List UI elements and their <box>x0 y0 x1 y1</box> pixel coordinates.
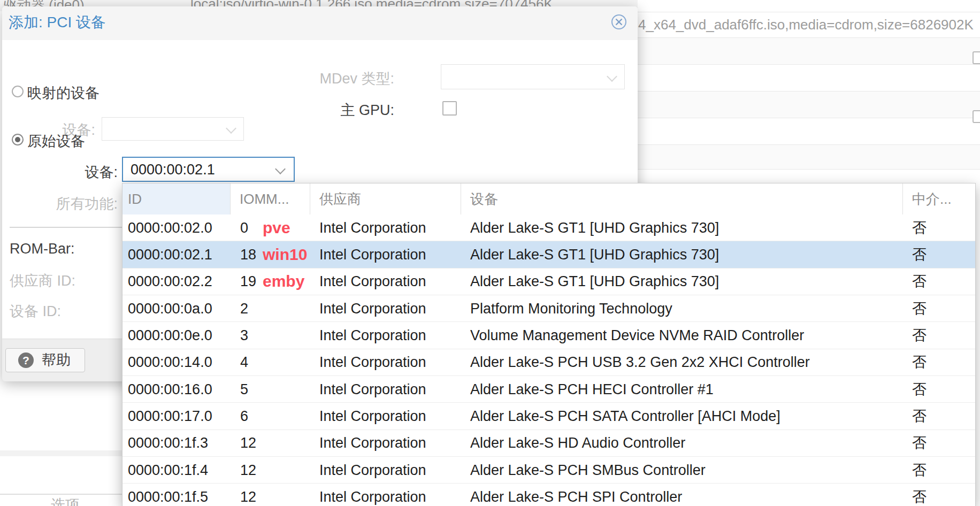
pci-device-row[interactable]: 0000:00:02.219embyIntel CorporationAlder… <box>122 269 975 295</box>
vm-usage-tag: win10 <box>263 246 307 264</box>
background-iso-path-right: 4_x64_dvd_adaf6ffc.iso,media=cdrom,size=… <box>638 17 974 33</box>
radio-dot <box>15 137 20 142</box>
device-id-cell: 0000:00:1f.4 <box>128 462 208 478</box>
vendor-cell: Intel Corporation <box>319 462 426 478</box>
mapped-device-radio-label: 映射的设备 <box>27 83 99 103</box>
vendor-id-label: 供应商 ID: <box>10 271 75 290</box>
pci-device-row[interactable]: 0000:00:1f.512Intel CorporationAlder Lak… <box>122 484 975 506</box>
vendor-cell: Intel Corporation <box>319 408 426 424</box>
vm-usage-tag: emby <box>263 272 304 290</box>
background-row <box>638 144 980 169</box>
pci-device-row[interactable]: 0000:00:1f.412Intel CorporationAlder Lak… <box>122 457 975 484</box>
raw-device-radio-label: 原始设备 <box>27 132 85 151</box>
iommu-group-cell: 12 <box>240 462 256 478</box>
column-header-1[interactable]: IOMM... <box>231 183 310 214</box>
primary-gpu-checkbox[interactable] <box>442 101 457 116</box>
raw-device-radio[interactable] <box>12 134 24 145</box>
column-header-4[interactable]: 中介... <box>903 183 975 214</box>
column-header-label: 供应商 <box>319 190 361 209</box>
device-id-label: 设备 ID: <box>10 302 61 321</box>
iommu-group-cell: 2 <box>240 300 248 317</box>
mapped-device-combobox[interactable] <box>102 117 244 141</box>
rombar-label: ROM-Bar: <box>10 241 75 257</box>
dialog-title: 添加: PCI 设备 <box>9 6 106 40</box>
iommu-group-cell: 3 <box>240 327 248 343</box>
chevron-down-icon <box>226 123 236 134</box>
iommu-group-cell: 18 <box>240 246 256 263</box>
device-id-cell: 0000:00:02.1 <box>128 246 212 263</box>
mediated-cell: 否 <box>912 245 927 264</box>
column-header-2[interactable]: 供应商 <box>310 183 461 214</box>
mediated-cell: 否 <box>912 218 927 237</box>
vendor-cell: Intel Corporation <box>319 327 426 343</box>
device-name-cell: Alder Lake-S PCH USB 3.2 Gen 2x2 XHCI Co… <box>470 354 810 371</box>
primary-gpu-label: 主 GPU: <box>340 101 394 120</box>
mdev-type-combobox[interactable] <box>441 64 625 89</box>
column-header-0[interactable]: ID <box>122 183 231 214</box>
close-icon[interactable] <box>611 14 627 30</box>
pci-device-row[interactable]: 0000:00:16.05Intel CorporationAlder Lake… <box>122 376 975 403</box>
device-name-cell: Platform Monitoring Technology <box>470 300 672 317</box>
picker-header-row: IDIOMM...供应商设备中介... <box>122 183 975 216</box>
mediated-cell: 否 <box>912 380 927 399</box>
pci-device-row[interactable]: 0000:00:0e.03Intel CorporationVolume Man… <box>122 322 975 349</box>
background-tab-fragment: 选项 <box>51 495 80 506</box>
help-button[interactable]: ? 帮助 <box>5 348 85 372</box>
device-name-cell: Alder Lake-S PCH SMBus Controller <box>470 462 706 478</box>
device-name-cell: Alder Lake-S GT1 [UHD Graphics 730] <box>470 219 719 236</box>
column-header-label: IOMM... <box>240 191 289 208</box>
iommu-group-cell: 12 <box>240 488 256 505</box>
device-name-cell: Alder Lake-S GT1 [UHD Graphics 730] <box>470 246 719 263</box>
device-name-cell: Alder Lake-S GT1 [UHD Graphics 730] <box>470 273 719 290</box>
raw-device-value: 0000:00:02.1 <box>131 161 215 178</box>
pci-device-row[interactable]: 0000:00:1f.312Intel CorporationAlder Lak… <box>122 430 975 457</box>
mediated-cell: 否 <box>912 352 927 372</box>
pci-device-row[interactable]: 0000:00:17.06Intel CorporationAlder Lake… <box>122 403 975 430</box>
vendor-cell: Intel Corporation <box>319 381 426 397</box>
column-header-label: 设备 <box>470 190 498 209</box>
mediated-cell: 否 <box>912 433 927 453</box>
help-icon: ? <box>18 352 34 368</box>
iommu-group-cell: 12 <box>240 435 256 451</box>
all-functions-label: 所有功能: <box>56 194 118 213</box>
pci-device-row[interactable]: 0000:00:0a.02Intel CorporationPlatform M… <box>122 295 975 322</box>
vendor-cell: Intel Corporation <box>319 273 426 290</box>
vendor-cell: Intel Corporation <box>319 246 426 263</box>
mediated-cell: 否 <box>912 487 927 506</box>
device-id-cell: 0000:00:1f.5 <box>128 488 208 505</box>
background-row <box>638 91 980 118</box>
device-id-cell: 0000:00:0a.0 <box>128 300 212 317</box>
background-row <box>638 37 980 64</box>
chevron-down-icon <box>275 164 286 174</box>
device-id-cell: 0000:00:02.0 <box>128 219 212 236</box>
column-header-3[interactable]: 设备 <box>461 183 903 214</box>
mediated-cell: 否 <box>912 299 927 318</box>
mediated-cell: 否 <box>912 326 927 345</box>
background-divider <box>0 494 122 495</box>
pci-device-row[interactable]: 0000:00:02.118win10Intel CorporationAlde… <box>122 241 975 268</box>
pci-device-picker: IDIOMM...供应商设备中介... 0000:00:02.00pveInte… <box>122 183 976 506</box>
device-id-cell: 0000:00:1f.3 <box>128 435 208 451</box>
device-name-cell: Alder Lake-S HD Audio Controller <box>470 435 685 451</box>
device-name-cell: Alder Lake-S PCH SATA Controller [AHCI M… <box>470 408 780 424</box>
mediated-cell: 否 <box>912 461 927 480</box>
vendor-cell: Intel Corporation <box>319 219 426 236</box>
iommu-group-cell: 4 <box>240 354 248 371</box>
iommu-group-cell: 6 <box>240 408 248 424</box>
column-header-label: 中介... <box>912 190 952 209</box>
mapped-device-radio[interactable] <box>12 86 24 97</box>
vendor-cell: Intel Corporation <box>319 300 426 317</box>
edge-icon-fragment <box>973 51 980 64</box>
device-name-cell: Alder Lake-S PCH HECI Controller #1 <box>470 381 714 397</box>
raw-device-combobox[interactable]: 0000:00:02.1 <box>122 157 295 182</box>
pci-device-row[interactable]: 0000:00:14.04Intel CorporationAlder Lake… <box>122 349 975 376</box>
vendor-cell: Intel Corporation <box>319 354 426 371</box>
help-button-label: 帮助 <box>42 349 71 372</box>
device-id-cell: 0000:00:0e.0 <box>128 327 212 343</box>
mediated-cell: 否 <box>912 407 927 426</box>
pci-device-row[interactable]: 0000:00:02.00pveIntel CorporationAlder L… <box>122 214 975 241</box>
vendor-cell: Intel Corporation <box>319 488 426 505</box>
device-name-cell: Volume Management Device NVMe RAID Contr… <box>470 327 804 343</box>
mediated-cell: 否 <box>912 272 927 291</box>
iommu-group-cell: 5 <box>240 381 248 397</box>
